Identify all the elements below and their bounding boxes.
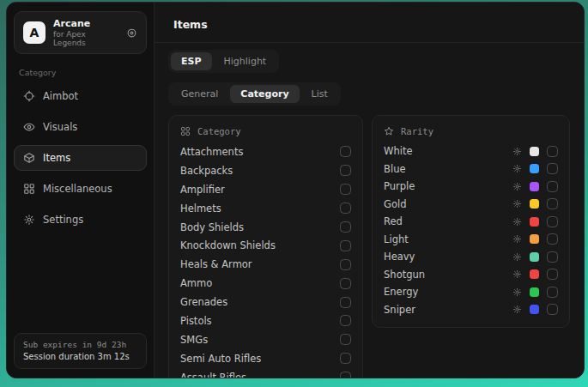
category-label: Attachments (180, 146, 243, 158)
rarity-color-swatch[interactable] (530, 252, 539, 262)
tab-general[interactable]: General (171, 85, 228, 103)
rarity-row: Heavy (384, 248, 558, 266)
rarity-controls (512, 287, 558, 298)
category-checkbox[interactable] (340, 259, 351, 270)
sidebar-item-settings[interactable]: Settings (14, 207, 147, 233)
rarity-checkbox[interactable] (547, 198, 558, 209)
star-icon (384, 126, 394, 136)
view-tabs: General Category List (168, 82, 570, 106)
rarity-gear-icon[interactable] (512, 305, 522, 314)
rarity-panel: Rarity White (372, 115, 570, 328)
sidebar-item-aimbot[interactable]: Aimbot (14, 83, 147, 109)
category-checkbox[interactable] (340, 353, 351, 364)
rarity-gear-icon[interactable] (512, 199, 522, 209)
rarity-row: Blue (384, 160, 558, 178)
category-panel-title: Category (197, 126, 241, 136)
category-label: Backpacks (180, 165, 233, 177)
rarity-gear-icon[interactable] (512, 217, 522, 227)
category-row: Heals & Armor (180, 255, 351, 274)
category-checkbox[interactable] (340, 221, 351, 233)
rarity-checkbox[interactable] (547, 251, 558, 263)
category-checkbox[interactable] (340, 315, 351, 326)
tab-list[interactable]: List (301, 85, 338, 103)
rarity-color-swatch[interactable] (530, 269, 539, 279)
category-checkbox[interactable] (340, 240, 351, 251)
sidebar-section-label: Category (19, 68, 154, 77)
sidebar-item-visuals[interactable]: Visuals (14, 114, 147, 140)
tab-highlight[interactable]: Highlight (214, 52, 277, 70)
rarity-checkbox[interactable] (547, 287, 558, 298)
rarity-controls (512, 233, 558, 245)
rarity-label: Light (384, 233, 409, 245)
category-checkbox[interactable] (340, 334, 351, 345)
category-label: Pistols (180, 315, 212, 327)
rarity-color-swatch[interactable] (530, 234, 539, 244)
rarity-color-swatch[interactable] (530, 305, 539, 314)
category-checkbox[interactable] (340, 165, 351, 176)
rarity-row: Red (384, 213, 558, 231)
sidebar-item-items[interactable]: Items (14, 145, 147, 171)
rarity-checkbox[interactable] (547, 233, 558, 245)
sidebar-item-miscellaneous[interactable]: Miscellaneous (14, 176, 147, 202)
crosshair-icon (23, 90, 35, 102)
rarity-color-swatch[interactable] (530, 147, 539, 156)
rarity-gear-icon[interactable] (512, 252, 522, 262)
rarity-checkbox[interactable] (547, 146, 558, 157)
rarity-controls (512, 251, 558, 263)
rarity-gear-icon[interactable] (512, 182, 522, 191)
page-title: Items (173, 18, 208, 31)
category-list: Attachments Backpacks Amplifier (180, 142, 351, 378)
rarity-gear-icon[interactable] (512, 147, 522, 156)
category-checkbox[interactable] (340, 372, 351, 378)
rarity-label: Shotgun (384, 269, 425, 281)
category-label: Ammo (180, 277, 212, 289)
category-panel-header: Category (180, 123, 351, 142)
rarity-color-swatch[interactable] (530, 182, 539, 191)
category-row: Attachments (180, 142, 351, 161)
tab-esp[interactable]: ESP (171, 52, 212, 70)
rarity-label: Blue (384, 163, 405, 175)
mode-tabs: ESP Highlight (168, 50, 570, 73)
rarity-controls (512, 146, 558, 157)
sidebar-item-label: Visuals (43, 121, 77, 133)
brand-card: A Arcane for Apex Legends (14, 11, 147, 54)
panels: Category Attachments Backpacks (168, 115, 570, 378)
sub-expires-text: Sub expires in 9d 23h (23, 340, 137, 349)
session-duration-text: Session duration 3m 12s (23, 352, 137, 361)
app-window: A Arcane for Apex Legends Category Aimbo… (6, 2, 585, 378)
rarity-color-swatch[interactable] (530, 199, 539, 209)
rarity-color-swatch[interactable] (530, 287, 539, 297)
category-checkbox[interactable] (340, 146, 351, 157)
category-row: Semi Auto Rifles (180, 349, 351, 368)
category-checkbox[interactable] (340, 297, 351, 308)
rarity-gear-icon[interactable] (512, 269, 522, 279)
rarity-color-swatch[interactable] (530, 217, 539, 227)
rarity-checkbox[interactable] (547, 269, 558, 280)
category-checkbox[interactable] (340, 184, 351, 195)
category-checkbox[interactable] (340, 278, 351, 289)
sidebar-item-label: Aimbot (43, 90, 78, 102)
rarity-checkbox[interactable] (547, 216, 558, 227)
rarity-gear-icon[interactable] (512, 164, 522, 173)
category-row: Helmets (180, 199, 351, 218)
sidebar-item-label: Settings (43, 214, 83, 226)
category-row: Amplifier (180, 180, 351, 199)
rarity-checkbox[interactable] (547, 304, 558, 315)
category-label: Assault Rifles (180, 372, 246, 378)
rarity-controls (512, 198, 558, 209)
header-target-icon[interactable] (126, 27, 137, 39)
category-label: Semi Auto Rifles (180, 353, 261, 365)
sidebar-item-label: Miscellaneous (43, 183, 112, 195)
category-checkbox[interactable] (340, 203, 351, 214)
rarity-controls (512, 181, 558, 192)
rarity-row: Light (384, 231, 558, 249)
rarity-label: Sniper (384, 304, 415, 316)
rarity-checkbox[interactable] (547, 181, 558, 192)
rarity-color-swatch[interactable] (530, 164, 539, 173)
category-label: Grenades (180, 296, 227, 308)
rarity-gear-icon[interactable] (512, 234, 522, 244)
rarity-checkbox[interactable] (547, 163, 558, 174)
rarity-gear-icon[interactable] (512, 287, 522, 297)
tab-category[interactable]: Category (230, 85, 299, 103)
rarity-panel-header: Rarity (384, 123, 558, 142)
